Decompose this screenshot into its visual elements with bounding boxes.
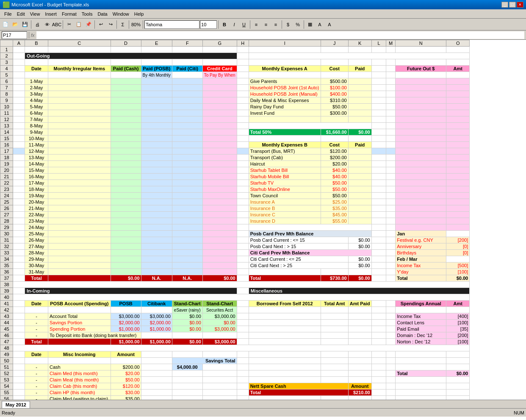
nett-total-label: Total <box>249 390 348 396</box>
menubar: File Edit View Insert Format Tools Data … <box>0 9 526 19</box>
row-5: 5 By 4th Monthly To Pay By When <box>0 72 470 78</box>
menu-file[interactable]: File <box>2 11 14 17</box>
sheet-tab-may2012[interactable]: May 2012 <box>2 401 30 408</box>
align-right-btn[interactable]: ≡ <box>271 20 280 29</box>
open-btn[interactable]: 📂 <box>11 20 20 29</box>
inc-citi-header: Citibank <box>141 301 172 307</box>
total-50pct-label: Total 50% <box>249 129 321 135</box>
bold-btn[interactable]: B <box>220 20 229 29</box>
posb-prev-label: Posb Card Prev Mth Balance <box>249 231 371 237</box>
col-F[interactable]: F <box>172 40 202 47</box>
total-b-cost: $730.00 <box>321 275 348 282</box>
minimize-btn[interactable]: _ <box>501 2 508 8</box>
r1n[interactable] <box>396 47 446 53</box>
r1l[interactable] <box>371 47 386 53</box>
col-A[interactable]: A <box>13 40 25 47</box>
percent-btn[interactable]: % <box>293 20 302 29</box>
row-29: 29 24-May <box>0 224 470 231</box>
currency-btn[interactable]: $ <box>283 20 293 29</box>
italic-btn[interactable]: I <box>230 20 239 29</box>
underline-btn[interactable]: U <box>239 20 249 29</box>
undo-btn[interactable]: ↩ <box>96 20 105 29</box>
r1c[interactable] <box>48 47 111 53</box>
align-center-btn[interactable]: ≡ <box>261 20 271 29</box>
col-D[interactable]: D <box>111 40 141 47</box>
titlebar: 🟩 Microsoft Excel - Budget Template.xls … <box>0 0 526 9</box>
row-1: 1 <box>0 47 470 53</box>
font-color-btn[interactable]: A <box>325 20 334 29</box>
col-M[interactable]: M <box>386 40 396 47</box>
sep5 <box>129 20 129 29</box>
r1g[interactable] <box>202 47 237 53</box>
r1f[interactable] <box>172 47 202 53</box>
font-size-selector[interactable] <box>200 20 217 29</box>
paid-header: Paid <box>348 66 371 72</box>
border-btn[interactable]: ▦ <box>305 20 315 29</box>
preview-btn[interactable]: 👁 <box>42 20 52 29</box>
new-btn[interactable]: 📄 <box>1 20 10 29</box>
cut-btn[interactable]: ✂ <box>64 20 74 29</box>
row-48: 48 <box>0 345 470 351</box>
close-btn[interactable]: ✕ <box>517 2 523 8</box>
menu-insert[interactable]: Insert <box>42 11 59 17</box>
cell-reference[interactable] <box>2 31 27 39</box>
row-56: 56 - Claim Med (waiting to claim) $35.00 <box>0 396 470 400</box>
menu-edit[interactable]: Edit <box>14 11 28 17</box>
r1j[interactable] <box>321 47 348 53</box>
col-H[interactable]: H <box>237 40 249 47</box>
fill-color-btn[interactable]: A <box>315 20 324 29</box>
spreadsheet[interactable]: A B C D E F G H I J K L M N O 1 2 Out-Go… <box>0 40 526 400</box>
menu-view[interactable]: View <box>28 11 43 17</box>
redo-btn[interactable]: ↪ <box>106 20 115 29</box>
paid-posb-header: Paid (POSB) <box>141 66 172 72</box>
font-selector[interactable] <box>144 20 199 29</box>
col-B[interactable]: B <box>25 40 48 47</box>
r2h[interactable] <box>237 53 249 59</box>
maximize-btn[interactable]: □ <box>509 2 516 8</box>
save-btn[interactable]: 💾 <box>20 20 30 29</box>
misc-name-header: Misc Incoming <box>48 351 111 358</box>
posb-next-val: $0.00 <box>348 243 371 250</box>
r1a[interactable] <box>13 47 25 53</box>
sep10 <box>304 20 304 29</box>
r2a[interactable] <box>13 53 25 59</box>
r1d[interactable] <box>111 47 141 53</box>
r1o[interactable] <box>446 47 470 53</box>
anniversary-val: [0] <box>446 243 470 250</box>
total-50pct-paid: $0.00 <box>348 129 371 135</box>
r1i[interactable] <box>249 47 321 53</box>
r1m[interactable] <box>386 47 396 53</box>
row-38: 38 <box>0 282 470 288</box>
r1b[interactable] <box>25 47 48 53</box>
citi-next-val: $0.00 <box>348 262 371 269</box>
menu-tools[interactable]: Tools <box>79 11 95 17</box>
col-I[interactable]: I <box>249 40 321 47</box>
amt-header: Amt <box>446 66 470 72</box>
col-J[interactable]: J <box>321 40 348 47</box>
col-C[interactable]: C <box>48 40 111 47</box>
r2i-rest[interactable] <box>249 53 470 59</box>
formula-input[interactable] <box>36 31 524 39</box>
col-E[interactable]: E <box>141 40 172 47</box>
align-left-btn[interactable]: ≡ <box>252 20 261 29</box>
spell-btn[interactable]: ABC <box>52 20 61 29</box>
sum-btn[interactable]: Σ <box>118 20 127 29</box>
nett-total-val: $210.00 <box>348 390 371 396</box>
copy-btn[interactable]: 📋 <box>74 20 83 29</box>
outgoing-header: Out-Going <box>25 53 237 59</box>
col-N[interactable]: N <box>396 40 446 47</box>
r1k[interactable] <box>348 47 371 53</box>
col-G[interactable]: G <box>202 40 237 47</box>
col-O[interactable]: O <box>446 40 470 47</box>
col-L[interactable]: L <box>371 40 386 47</box>
menu-format[interactable]: Format <box>59 11 79 17</box>
col-K[interactable]: K <box>348 40 371 47</box>
paste-btn[interactable]: 📌 <box>84 20 93 29</box>
menu-data[interactable]: Data <box>95 11 110 17</box>
r1e[interactable] <box>141 47 172 53</box>
r5g: To Pay By When <box>202 72 237 78</box>
r1h[interactable] <box>237 47 249 53</box>
menu-help[interactable]: Help <box>132 11 147 17</box>
menu-window[interactable]: Window <box>110 11 132 17</box>
print-btn[interactable]: 🖨 <box>33 20 42 29</box>
